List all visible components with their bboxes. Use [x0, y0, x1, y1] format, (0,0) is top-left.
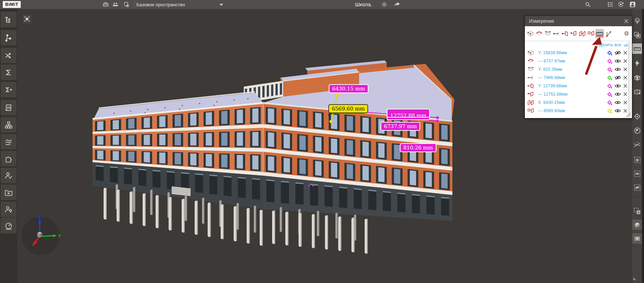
tool-isolate[interactable] [632, 30, 642, 40]
delete-measurement-button[interactable] [623, 108, 628, 113]
delete-measurement-button[interactable] [623, 84, 628, 88]
tool-locate[interactable] [632, 111, 642, 121]
sidebar-item-plugins[interactable] [1, 151, 17, 166]
close-icon[interactable] [622, 17, 631, 26]
axis-gizmo[interactable]: Z Y [20, 215, 61, 256]
tool-flash[interactable] [632, 58, 642, 68]
paint-color-button[interactable] [606, 58, 613, 64]
sidebar-item-export[interactable] [1, 185, 17, 200]
tool-show-selected[interactable] [632, 168, 642, 179]
gauge-icon [4, 221, 13, 230]
tool-tree[interactable] [632, 16, 642, 26]
delete-measurement-button[interactable] [623, 67, 628, 72]
measurement-row[interactable]: --- 6569.60мм [525, 107, 632, 115]
measure-label-810[interactable]: 810.26 mm [400, 143, 436, 152]
sidebar-item-org-chart[interactable] [1, 117, 17, 133]
visibility-toggle[interactable] [614, 74, 621, 81]
tool-select-cube[interactable] [632, 155, 642, 165]
fit-view-button[interactable] [22, 14, 32, 24]
measure-label-12752[interactable]: 12752.88 mm [387, 111, 430, 120]
tool-compare[interactable] [632, 140, 642, 150]
tool-flag[interactable] [632, 125, 642, 136]
sidebar-item-dashboard[interactable] [1, 218, 17, 233]
tool-solid-view[interactable] [632, 219, 642, 230]
share-icon[interactable] [394, 1, 401, 8]
panel-header[interactable]: Измерения [525, 16, 632, 26]
tool-measure-point-to-plane-alt[interactable] [569, 29, 578, 38]
visibility-toggle[interactable] [614, 58, 621, 65]
viewport-resize-corner[interactable] [633, 277, 636, 280]
measurement-row[interactable]: Y: 15839.98мм [525, 49, 632, 57]
sidebar-item-charts[interactable] [1, 134, 17, 149]
tool-measure-edge[interactable] [544, 29, 552, 38]
hide-eye-icon [633, 184, 641, 192]
measurement-value: Y: 810.26мм [538, 67, 606, 72]
measurement-value: --- 6569.60мм [538, 108, 606, 113]
tool-orbit[interactable] [632, 233, 642, 244]
delete-measurement-button[interactable] [623, 100, 628, 105]
user-icon[interactable] [629, 1, 636, 8]
briefcase-icon[interactable] [102, 1, 109, 8]
visibility-toggle[interactable] [614, 91, 621, 98]
measure-label-6737[interactable]: 6737.97 mm [381, 122, 420, 131]
measurement-row[interactable]: --- 6737.97мм [525, 57, 632, 65]
measure-label-6430[interactable]: 6430.15 mm [329, 84, 368, 93]
tool-measure-ruler[interactable]: ✓ [595, 29, 604, 38]
paint-color-button[interactable] [606, 66, 613, 72]
sidebar-item-2d[interactable] [1, 100, 17, 115]
measurement-row[interactable]: Y: 810.26мм [525, 65, 632, 74]
app-logo[interactable]: BiMiT [3, 1, 21, 8]
measure-settings-icon[interactable]: ⚙ [624, 30, 629, 37]
sidebar-item-user-tasks[interactable] [1, 168, 17, 183]
measurement-row[interactable]: Y: 12739.68мм [525, 82, 632, 90]
sidebar-item-model-tree[interactable] [1, 12, 17, 27]
tool-measure-plane-to-plane[interactable] [578, 29, 587, 38]
sidebar-item-shuffle[interactable] [1, 48, 17, 63]
measure-label-6569[interactable]: 6569.60 mm [328, 104, 368, 113]
tool-measure-point-to-point[interactable] [552, 29, 561, 38]
tool-measure-face-to-face[interactable] [587, 29, 595, 38]
visibility-toggle[interactable] [614, 107, 621, 114]
tool-hide-selected[interactable] [632, 182, 642, 193]
chevron-down-icon[interactable] [220, 4, 223, 6]
delete-measurement-button[interactable] [623, 92, 628, 97]
space-selector[interactable]: Базовое пространство [136, 0, 185, 9]
panel-scrollbar[interactable] [628, 41, 631, 116]
paint-color-button[interactable] [606, 83, 613, 89]
sidebar-item-user-location[interactable] [1, 202, 17, 217]
tool-measure[interactable] [632, 43, 642, 54]
delete-measurement-button[interactable] [623, 75, 628, 80]
measurement-row[interactable]: X: 6430.15мм [525, 98, 632, 107]
team-icon[interactable] [112, 1, 119, 8]
tool-clear-selection[interactable] [632, 206, 642, 216]
tool-section-box[interactable] [632, 72, 642, 83]
notifications-icon[interactable] [617, 1, 624, 8]
tool-measure-angle[interactable] [604, 29, 613, 38]
delete-measurement-button[interactable] [623, 59, 628, 64]
visibility-toggle[interactable] [614, 66, 621, 73]
measurement-row[interactable]: --- 7946.88мм [525, 74, 632, 82]
tool-measure-points-on-face[interactable] [535, 29, 544, 38]
paint-color-button[interactable] [606, 108, 613, 114]
tool-section-plane[interactable] [632, 87, 642, 97]
paint-color-button[interactable] [606, 99, 613, 106]
paint-color-button[interactable] [606, 91, 613, 97]
tool-measure-point-to-plane[interactable] [561, 29, 569, 38]
sidebar-item-sum[interactable] [1, 65, 17, 80]
delete-measurement-button[interactable] [623, 50, 628, 55]
measurement-row[interactable]: --- 12752.88мм [525, 90, 632, 98]
search-icon[interactable] [584, 1, 591, 8]
delete-all-link[interactable]: Удалить все [597, 42, 621, 47]
visibility-toggle[interactable] [614, 99, 621, 106]
shield-icon[interactable] [123, 1, 130, 8]
visibility-toggle[interactable] [614, 82, 621, 89]
paint-color-button[interactable] [606, 50, 613, 56]
sidebar-item-branches[interactable] [1, 30, 17, 46]
sidebar-item-sum-add[interactable] [1, 82, 17, 97]
measurement-type-icon [527, 49, 535, 57]
gear-icon[interactable] [381, 1, 388, 8]
tool-measure-bbox[interactable] [526, 29, 535, 38]
list-icon[interactable] [607, 1, 614, 8]
paint-color-button[interactable] [606, 75, 613, 81]
visibility-toggle[interactable] [614, 49, 621, 56]
